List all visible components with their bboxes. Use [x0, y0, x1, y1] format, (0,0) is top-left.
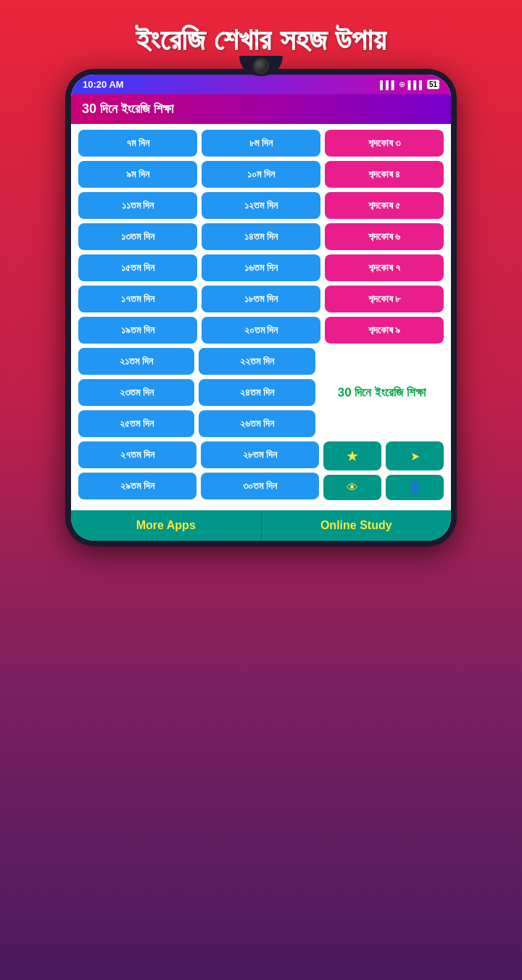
camera-bump — [239, 56, 283, 76]
grid-row-10: ২৫তম দিন ২৬তম দিন — [78, 410, 315, 437]
bottom-bar: More Apps Online Study — [71, 510, 451, 541]
signal-icon: ▌▌▌ — [380, 80, 397, 89]
vocab-4-button[interactable]: শব্দকোষ ৪ — [325, 161, 444, 188]
grid-row-5: ১৫তম দিন ১৬তম দিন শব্দকোষ ৭ — [78, 254, 444, 281]
day-14-button[interactable]: ১৪তম দিন — [202, 223, 320, 250]
star-button[interactable]: ★ — [323, 441, 381, 470]
day-26-button[interactable]: ২৬তম দিন — [199, 410, 315, 437]
grid-row-1: ৭ম দিন ৮ম দিন শব্দকোষ ৩ — [78, 130, 444, 157]
eye-button[interactable]: 👁 — [323, 475, 381, 500]
content-area: ৭ম দিন ৮ম দিন শব্দকোষ ৩ ৯ম দিন ১০ম দিন শ… — [71, 124, 451, 510]
more-apps-button[interactable]: More Apps — [71, 510, 262, 541]
app-title: 30 দিনে ইংরেজি শিক্ষা — [82, 101, 440, 117]
day-11-button[interactable]: ১১তম দিন — [78, 192, 197, 219]
day-12-button[interactable]: ১২তম দিন — [202, 192, 320, 219]
day-13-button[interactable]: ১৩তম দিন — [78, 223, 197, 250]
app-header: 30 দিনে ইংরেজি শিক্ষা — [71, 94, 451, 124]
battery-indicator: 51 — [427, 80, 439, 89]
day-19-button[interactable]: ১৯তম দিন — [78, 317, 197, 344]
day-17-button[interactable]: ১৭তম দিন — [78, 286, 197, 312]
grid-row-2: ৯ম দিন ১০ম দিন শব্দকোষ ৪ — [78, 161, 444, 188]
day-25-button[interactable]: ২৫তম দিন — [78, 410, 194, 437]
phone-wrapper: 10:20 AM ▌▌▌ ⊕ ▌▌▌ 51 30 দিনে ইংরেজি শিক… — [65, 69, 457, 547]
day-20-button[interactable]: ২০তম দিন — [202, 317, 320, 344]
day-27-button[interactable]: ২৭তম দিন — [78, 441, 196, 468]
status-bar: 10:20 AM ▌▌▌ ⊕ ▌▌▌ 51 — [71, 75, 451, 94]
grid-row-6: ১৭তম দিন ১৮তম দিন শব্দকোষ ৮ — [78, 286, 444, 312]
vocab-5-button[interactable]: শব্দকোষ ৫ — [325, 192, 444, 219]
side-app-title: 30 দিনে ইংরেজি শিক্ষা — [320, 348, 444, 437]
day-7-button[interactable]: ৭ম দিন — [78, 130, 197, 157]
vocab-8-button[interactable]: শব্দকোষ ৮ — [325, 286, 444, 312]
day-24-button[interactable]: ২৪তম দিন — [199, 379, 315, 406]
grid-row-11: ২৭তম দিন ২৮তম দিন — [78, 441, 319, 468]
day-23-button[interactable]: ২৩তম দিন — [78, 379, 194, 406]
online-study-button[interactable]: Online Study — [262, 510, 452, 541]
camera-lens — [253, 58, 269, 74]
day-9-button[interactable]: ৯ম দিন — [78, 161, 197, 188]
day-30-button[interactable]: ৩০তম দিন — [201, 473, 319, 499]
grid-row-7: ১৯তম দিন ২০তম দিন শব্দকোষ ৯ — [78, 317, 444, 344]
vocab-9-button[interactable]: শব্দকোষ ৯ — [325, 317, 444, 344]
vocab-7-button[interactable]: শব্দকোষ ৭ — [325, 254, 444, 281]
grid-row-4: ১৩তম দিন ১৪তম দিন শব্দকোষ ৬ — [78, 223, 444, 250]
signal2-icon: ▌▌▌ — [407, 80, 424, 89]
person-button[interactable]: 👤 — [386, 475, 444, 500]
share-button[interactable]: ➤ — [386, 441, 444, 470]
grid-row-12: ২৯তম দিন ৩০তম দিন — [78, 473, 319, 499]
vocab-3-button[interactable]: শব্দকোষ ৩ — [325, 130, 444, 157]
day-18-button[interactable]: ১৮তম দিন — [202, 286, 320, 312]
grid-row-8: ২১তম দিন ২২তম দিন — [78, 348, 315, 375]
day-15-button[interactable]: ১৫তম দিন — [78, 254, 197, 281]
headline: ইংরেজি শেখার সহজ উপায় — [136, 22, 386, 58]
day-10-button[interactable]: ১০ম দিন — [202, 161, 320, 188]
day-8-button[interactable]: ৮ম দিন — [202, 130, 320, 157]
day-28-button[interactable]: ২৮তম দিন — [201, 441, 319, 468]
status-icons: ▌▌▌ ⊕ ▌▌▌ 51 — [380, 80, 439, 89]
wifi-icon: ⊕ — [399, 80, 405, 89]
day-22-button[interactable]: ২২তম দিন — [199, 348, 315, 375]
vocab-6-button[interactable]: শব্দকোষ ৬ — [325, 223, 444, 250]
grid-row-9: ২৩তম দিন ২৪তম দিন — [78, 379, 315, 406]
day-16-button[interactable]: ১৬তম দিন — [202, 254, 320, 281]
day-29-button[interactable]: ২৯তম দিন — [78, 473, 196, 499]
phone-screen: 10:20 AM ▌▌▌ ⊕ ▌▌▌ 51 30 দিনে ইংরেজি শিক… — [71, 75, 451, 541]
grid-row-3: ১১তম দিন ১২তম দিন শব্দকোষ ৫ — [78, 192, 444, 219]
status-time: 10:20 AM — [83, 79, 124, 90]
day-21-button[interactable]: ২১তম দিন — [78, 348, 194, 375]
